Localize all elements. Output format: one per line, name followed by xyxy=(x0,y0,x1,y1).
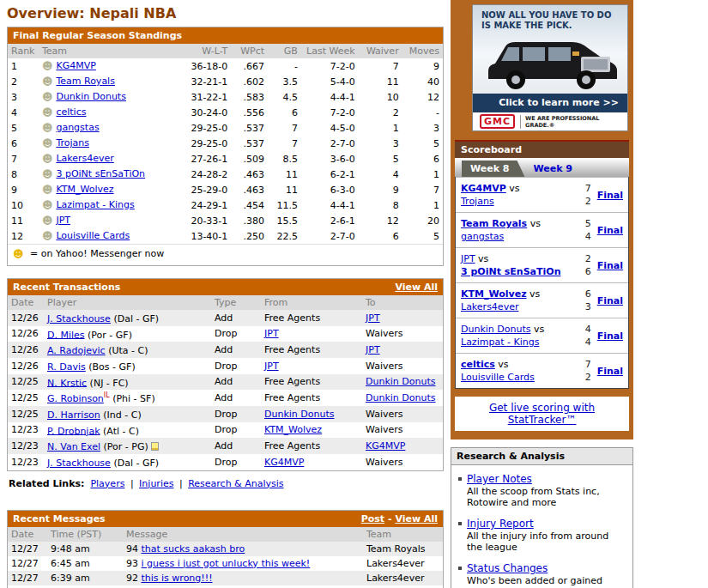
team-link[interactable]: KG4MVP xyxy=(56,60,95,71)
tab-week-9[interactable]: Week 9 xyxy=(524,161,582,177)
col-date: Date xyxy=(8,527,47,542)
message-link[interactable]: that sucks aakash bro xyxy=(142,543,245,555)
player-link[interactable]: D. Miles xyxy=(47,329,85,340)
col-type: Type xyxy=(211,295,261,310)
matchup-team2-link[interactable]: Louisville Cards xyxy=(461,372,535,383)
player-link[interactable]: N. Van Exel xyxy=(47,441,100,452)
team-link[interactable]: Louisville Cards xyxy=(56,230,130,241)
ad-cta-bar[interactable]: Click to learn more >> xyxy=(473,94,627,112)
from-team[interactable]: JPT xyxy=(264,361,279,372)
wpct-cell: .556 xyxy=(231,105,268,120)
gb-cell: 6 xyxy=(268,105,301,120)
from-team[interactable]: JPT xyxy=(264,328,279,339)
rank-cell: 12 xyxy=(8,228,39,244)
player-link[interactable]: J. Stackhouse xyxy=(47,313,111,324)
to-team[interactable]: Dunkin Donuts xyxy=(366,376,436,387)
type-cell: Add xyxy=(211,374,261,391)
lastweek-cell: 6-2-1 xyxy=(301,167,359,182)
to-team[interactable]: JPT xyxy=(366,344,380,355)
matchup-team2-link[interactable]: Lakers4ever xyxy=(461,301,518,312)
tab-week-8[interactable]: Week 8 xyxy=(462,161,524,177)
from-team[interactable]: Free Agents xyxy=(264,392,320,403)
player-link[interactable]: G. Robinson xyxy=(47,393,104,404)
ad-headline-line1: NOW ALL YOU HAVE TO DO xyxy=(481,10,627,21)
player-link[interactable]: A. Radojevic xyxy=(47,345,106,356)
from-team[interactable]: KG4MVP xyxy=(264,457,304,468)
from-team[interactable]: Free Agents xyxy=(264,344,320,355)
to-team[interactable]: Waivers xyxy=(366,457,403,468)
team-link[interactable]: Dunkin Donuts xyxy=(56,91,126,102)
to-team[interactable]: Waivers xyxy=(366,361,403,372)
from-team[interactable]: KTM_Wolvez xyxy=(264,424,322,435)
player-link[interactable]: R. Davis xyxy=(47,361,86,373)
team-link[interactable]: Lazimpat - Kings xyxy=(56,199,134,210)
related-link[interactable]: Injuries xyxy=(139,478,173,489)
matchup-team2-link[interactable]: Lazimpat - Kings xyxy=(461,336,539,348)
team-link[interactable]: Lakers4ever xyxy=(56,153,113,164)
matchup-team2-link[interactable]: Trojans xyxy=(461,196,494,207)
player-link[interactable]: P. Drobnjak xyxy=(47,425,100,436)
player-note-icon[interactable] xyxy=(151,442,159,451)
message-link[interactable]: this is wrong!!! xyxy=(142,573,213,584)
matchup-team1-link[interactable]: Dunkin Donuts xyxy=(461,324,531,335)
player-link[interactable]: J. Stackhouse xyxy=(47,458,111,469)
rank-cell: 10 xyxy=(8,197,39,213)
from-team[interactable]: Free Agents xyxy=(264,312,320,324)
message-link[interactable]: i guess i just got unlucky this week! xyxy=(142,558,311,569)
matchup-team1-link[interactable]: KTM_Wolvez xyxy=(461,288,527,300)
matchup-team1-link[interactable]: celtics xyxy=(461,359,495,370)
research-item-link[interactable]: Injury Report xyxy=(467,518,534,530)
to-team[interactable]: Dunkin Donuts xyxy=(366,392,436,403)
wpct-cell: .667 xyxy=(231,58,268,74)
team-link[interactable]: Team Royals xyxy=(56,76,115,87)
team-link[interactable]: Trojans xyxy=(56,137,89,149)
gmc-ad-banner[interactable]: NOW ALL YOU HAVE TO DO IS MAKE THE PICK. xyxy=(472,4,628,131)
matchup-row: Team Royals vs gangstas 5 4 Final xyxy=(456,212,628,247)
matchup-team2-link[interactable]: 3 pOiNt sEnSaTiOn xyxy=(461,266,560,277)
post-link[interactable]: Post xyxy=(361,513,384,524)
to-team[interactable]: KG4MVP xyxy=(366,440,405,452)
to-team[interactable]: Waivers xyxy=(366,409,403,420)
related-link[interactable]: Players xyxy=(90,478,124,489)
type-cell: Add xyxy=(211,390,261,406)
rank-cell: 6 xyxy=(8,136,39,151)
matchup-team1-link[interactable]: KG4MVP xyxy=(461,183,506,194)
rank-cell: 7 xyxy=(8,151,39,167)
team-link[interactable]: celtics xyxy=(56,106,86,118)
research-item-link[interactable]: Status Changes xyxy=(467,562,548,574)
from-cell: JPT xyxy=(261,358,362,374)
to-team[interactable]: Waivers xyxy=(366,424,403,435)
matchup-team1-link[interactable]: Team Royals xyxy=(461,218,527,229)
final-link[interactable]: Final xyxy=(597,260,623,271)
transactions-view-all-link[interactable]: View All xyxy=(395,282,438,293)
final-link[interactable]: Final xyxy=(597,295,623,306)
stattracker-link[interactable]: Get live scoring with StatTracker™ xyxy=(489,402,595,426)
team-link[interactable]: gangstas xyxy=(56,122,99,133)
research-item-link[interactable]: Player Notes xyxy=(467,473,532,485)
final-link[interactable]: Final xyxy=(597,225,623,236)
waiver-cell: 2 xyxy=(359,105,402,120)
from-team[interactable]: Free Agents xyxy=(264,440,320,452)
final-link[interactable]: Final xyxy=(597,330,623,342)
player-link[interactable]: D. Harrison xyxy=(47,409,100,421)
related-link[interactable]: Research & Analysis xyxy=(188,478,283,489)
matchup-team2-link[interactable]: gangstas xyxy=(461,231,504,242)
team-link[interactable]: JPT xyxy=(56,215,70,226)
research-item-desc: Who's been added or gained eligibility xyxy=(457,575,626,588)
wlt-cell: 27-26-1 xyxy=(183,151,231,167)
from-team[interactable]: Dunkin Donuts xyxy=(264,409,335,420)
matchup-team1-link[interactable]: JPT xyxy=(461,253,475,264)
from-team[interactable]: Free Agents xyxy=(264,376,320,387)
to-team[interactable]: Waivers xyxy=(366,328,403,339)
team-cell: Team Royals xyxy=(363,542,443,556)
team-link[interactable]: KTM_Wolvez xyxy=(56,184,113,195)
final-link[interactable]: Final xyxy=(597,190,623,201)
messages-view-all-link[interactable]: View All xyxy=(395,513,438,524)
team-link[interactable]: 3 pOiNt sEnSaTiOn xyxy=(56,168,145,179)
to-team[interactable]: JPT xyxy=(366,312,380,324)
player-link[interactable]: N. Krstic xyxy=(47,377,87,388)
final-link[interactable]: Final xyxy=(597,366,623,377)
standings-row: 8 ☻3 pOiNt sEnSaTiOn 24-28-2 .463 11 6-2… xyxy=(8,167,443,182)
team1-score: 7 xyxy=(585,182,591,195)
page-title: Overview: Nepali NBA xyxy=(7,0,444,27)
